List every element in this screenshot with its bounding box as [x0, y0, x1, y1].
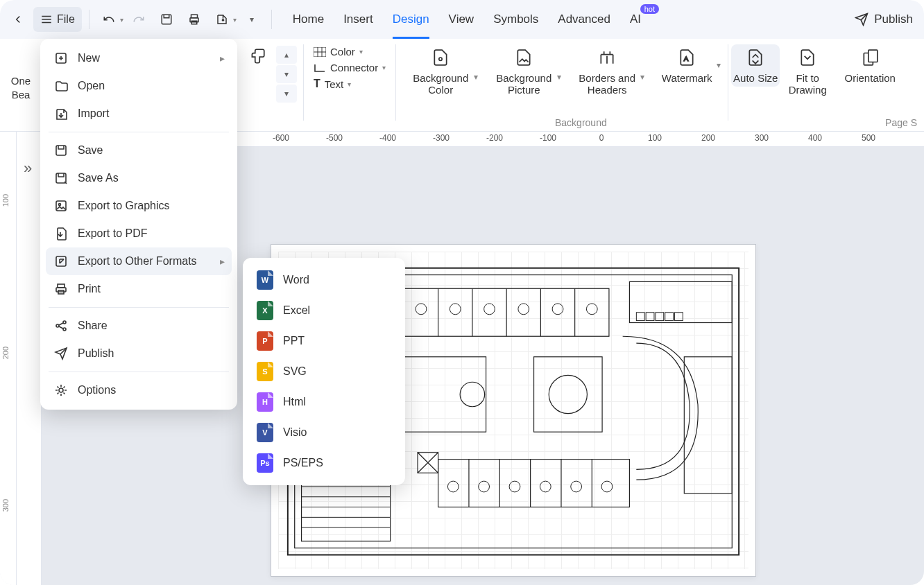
publish-label: Publish	[874, 12, 913, 26]
excel-icon: X	[257, 301, 273, 320]
export-visio[interactable]: V Visio	[250, 417, 398, 448]
background-color-button[interactable]: Background Color ▾	[399, 44, 482, 98]
auto-size-button[interactable]: Auto Size	[731, 44, 780, 87]
connector-dropdown[interactable]: Connector▾	[314, 62, 386, 73]
separator	[395, 44, 396, 121]
svg-rect-14	[869, 50, 878, 62]
tab-ai[interactable]: AI hot	[630, 0, 641, 39]
export-excel[interactable]: X Excel	[250, 295, 398, 326]
svg-point-40	[601, 481, 613, 492]
svg-point-69	[59, 204, 61, 206]
svg-text:A: A	[684, 55, 689, 62]
menu-publish[interactable]: Publish	[46, 340, 232, 367]
import-icon	[54, 107, 68, 121]
export-button[interactable]	[209, 7, 234, 32]
export-ppt[interactable]: P PPT	[250, 326, 398, 356]
stepper-up[interactable]: ▴	[276, 46, 297, 64]
svg-point-37	[509, 481, 520, 492]
tab-advanced[interactable]: Advanced	[558, 0, 610, 39]
svg-rect-66	[56, 146, 66, 155]
tab-design[interactable]: Design	[393, 0, 429, 39]
text-dropdown[interactable]: T Text▾	[314, 78, 386, 90]
new-icon	[54, 51, 68, 65]
back-button[interactable]	[6, 7, 31, 32]
gear-icon	[54, 383, 68, 397]
menu-new[interactable]: New ▸	[46, 44, 232, 72]
borders-headers-button[interactable]: Borders and Headers ▾	[565, 44, 649, 98]
sub-label: Visio	[283, 426, 307, 439]
export-ps[interactable]: Ps PS/EPS	[250, 448, 398, 478]
export-word[interactable]: W Word	[250, 265, 398, 295]
menu-export-pdf[interactable]: Export to PDF	[46, 220, 232, 247]
collapse-sidebar-button[interactable]: »	[24, 159, 32, 177]
orientation-icon	[861, 47, 879, 68]
save-button[interactable]	[154, 7, 179, 32]
sub-label: SVG	[283, 365, 307, 378]
background-picture-button[interactable]: Background Picture ▾	[482, 44, 565, 98]
tab-home[interactable]: Home	[293, 0, 324, 39]
watermark-button[interactable]: A Watermark ▾	[649, 44, 725, 87]
menu-save[interactable]: Save	[46, 137, 232, 164]
svg-rect-59	[656, 313, 664, 321]
picture-icon	[515, 47, 533, 68]
menu-import[interactable]: Import	[46, 100, 232, 128]
menu-open[interactable]: Open	[46, 72, 232, 100]
ruler-tick: -600	[273, 133, 289, 143]
orientation-button[interactable]: Orientation	[835, 44, 905, 87]
menu-print[interactable]: Print	[46, 275, 232, 303]
stub-line2: Bea	[12, 88, 31, 102]
tab-insert[interactable]: Insert	[343, 0, 373, 39]
print-button[interactable]	[182, 7, 207, 32]
svg-rect-29	[438, 460, 630, 507]
menu-share[interactable]: Share	[46, 312, 232, 340]
grid-icon	[314, 47, 326, 57]
export-caret[interactable]: ▾	[233, 16, 237, 24]
export-svg[interactable]: S SVG	[250, 356, 398, 387]
menu-export-graphics[interactable]: Export to Graphics	[46, 192, 232, 220]
tab-symbols[interactable]: Symbols	[493, 0, 538, 39]
svg-point-28	[586, 304, 597, 315]
svg-point-26	[518, 304, 529, 315]
undo-button[interactable]	[96, 7, 121, 32]
stepper-down[interactable]: ▾	[276, 85, 297, 103]
ppt-icon: P	[257, 331, 273, 351]
share-icon	[54, 319, 68, 333]
chevron-right-icon: ▸	[220, 53, 225, 64]
folder-icon	[54, 79, 68, 93]
top-toolbar: File ▾ ▾ ▾ Home Insert Design View Symbo…	[0, 0, 924, 39]
color-dropdown[interactable]: Color▾	[314, 46, 386, 58]
menu-export-other[interactable]: Export to Other Formats ▸	[46, 247, 232, 275]
menu-separator	[49, 132, 229, 132]
print-icon	[54, 282, 68, 296]
tab-view[interactable]: View	[449, 0, 474, 39]
orientation-label: Orientation	[845, 72, 896, 84]
svg-rect-41	[404, 357, 486, 432]
separator	[271, 10, 272, 29]
publish-button[interactable]: Publish	[849, 12, 918, 26]
menu-save-as[interactable]: Save As	[46, 164, 232, 192]
more-button[interactable]: ▾	[239, 7, 264, 32]
bg-color-label: Background Color	[399, 72, 482, 96]
menu-options[interactable]: Options	[46, 376, 232, 404]
fit-to-drawing-button[interactable]: Fit to Drawing	[780, 44, 835, 98]
ruler-tick: 100	[648, 133, 662, 143]
stepper-mid[interactable]: ▾	[276, 65, 297, 83]
svg-point-75	[63, 321, 66, 324]
file-menu-button[interactable]: File	[33, 7, 82, 32]
svg-rect-58	[646, 313, 654, 321]
paint-tool[interactable]	[242, 44, 273, 68]
svg-rect-43	[534, 357, 603, 432]
export-html[interactable]: H Html	[250, 387, 398, 417]
text-icon: T	[314, 78, 320, 90]
bg-picture-label: Background Picture	[482, 72, 565, 96]
redo-button[interactable]	[126, 7, 151, 32]
undo-caret[interactable]: ▾	[120, 16, 123, 24]
ribbon-left-stub: One Bea	[0, 44, 42, 131]
svg-point-35	[447, 481, 459, 492]
publish-icon	[54, 347, 68, 360]
svg-point-11	[439, 58, 442, 60]
fit-icon	[798, 47, 816, 68]
autosize-icon	[746, 47, 764, 68]
fit-label: Fit to Drawing	[780, 72, 835, 96]
section-page-label: Page S	[885, 117, 917, 128]
